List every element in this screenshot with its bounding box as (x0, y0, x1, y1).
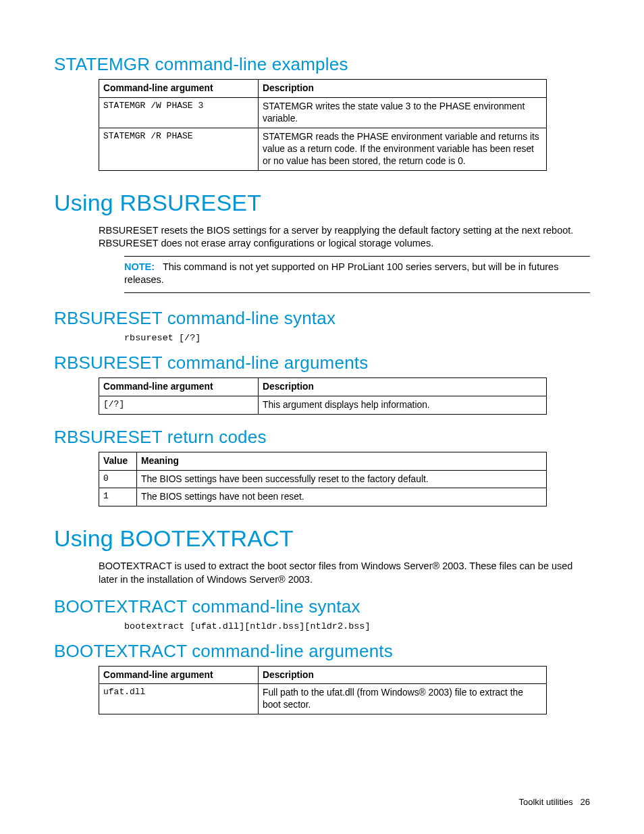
footer-page: 26 (581, 797, 590, 807)
th-arg: Command-line argument (99, 80, 259, 98)
cell-meaning: The BIOS settings have not been reset. (137, 488, 547, 506)
th-desc: Description (259, 377, 547, 396)
cell-meaning: The BIOS settings have been successfully… (137, 470, 547, 488)
cell-arg: STATEMGR /R PHASE (99, 128, 259, 170)
para-rbsureset-desc: RBSURESET resets the BIOS settings for a… (99, 224, 590, 251)
th-desc: Description (259, 666, 547, 684)
table-row: ufat.dll Full path to the ufat.dll (from… (99, 684, 547, 714)
heading-bootextract-syntax: BOOTEXTRACT command-line syntax (54, 596, 590, 617)
code-rbsureset-syntax: rbsureset [/?] (124, 333, 590, 343)
footer-text: Toolkit utilities (518, 797, 572, 807)
th-value: Value (99, 452, 137, 470)
heading-rbsureset-return: RBSURESET return codes (54, 427, 590, 448)
table-rbsureset-args: Command-line argument Description [/?] T… (99, 377, 547, 415)
table-row: [/?] This argument displays help informa… (99, 396, 547, 414)
heading-rbsureset-args: RBSURESET command-line arguments (54, 353, 590, 373)
cell-arg: STATEMGR /W PHASE 3 (99, 97, 259, 128)
th-desc: Description (259, 80, 547, 98)
heading-statemgr-examples: STATEMGR command-line examples (54, 54, 590, 75)
code-bootextract-syntax: bootextract [ufat.dll][ntldr.bss][ntldr2… (124, 621, 590, 631)
heading-rbsureset-syntax: RBSURESET command-line syntax (54, 308, 590, 329)
cell-desc: Full path to the ufat.dll (from Windows®… (259, 684, 547, 714)
table-row: 0 The BIOS settings have been successful… (99, 470, 547, 488)
cell-val: 0 (99, 470, 137, 488)
note-text (157, 261, 163, 272)
page-footer: Toolkit utilities 26 (518, 797, 590, 807)
cell-desc: STATEMGR writes the state value 3 to the… (259, 97, 547, 128)
heading-bootextract-args: BOOTEXTRACT command-line arguments (54, 641, 590, 662)
table-row: STATEMGR /W PHASE 3 STATEMGR writes the … (99, 97, 547, 128)
cell-arg: ufat.dll (99, 684, 259, 714)
th-arg: Command-line argument (99, 377, 259, 396)
note-rbsureset: NOTE: This command is not yet supported … (124, 256, 590, 293)
note-label: NOTE: (124, 261, 155, 272)
para-bootextract-desc: BOOTEXTRACT is used to extract the boot … (99, 560, 590, 586)
table-statemgr-examples: Command-line argument Description STATEM… (99, 79, 547, 171)
cell-arg: [/?] (99, 396, 259, 414)
cell-desc: This argument displays help information. (259, 396, 547, 414)
table-row: STATEMGR /R PHASE STATEMGR reads the PHA… (99, 128, 547, 170)
cell-desc: STATEMGR reads the PHASE environment var… (259, 128, 547, 170)
heading-using-rbsureset: Using RBSURESET (54, 190, 590, 216)
th-meaning: Meaning (137, 452, 547, 470)
note-body: This command is not yet supported on HP … (124, 261, 558, 286)
cell-val: 1 (99, 488, 137, 506)
th-arg: Command-line argument (99, 666, 259, 684)
heading-using-bootextract: Using BOOTEXTRACT (54, 525, 590, 552)
table-bootextract-args: Command-line argument Description ufat.d… (99, 666, 547, 715)
table-row: 1 The BIOS settings have not been reset. (99, 488, 547, 506)
table-rbsureset-return: Value Meaning 0 The BIOS settings have b… (99, 452, 547, 507)
